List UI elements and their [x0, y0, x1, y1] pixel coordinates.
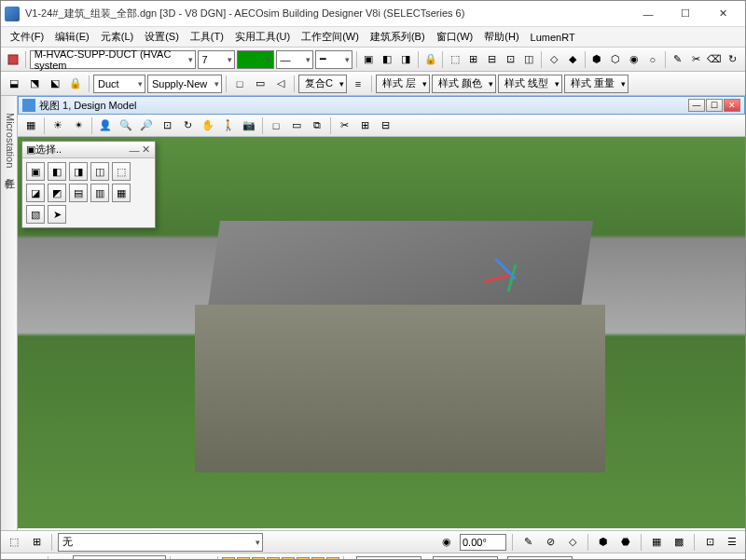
- sel-tool-8[interactable]: ▤: [69, 184, 88, 202]
- y-input[interactable]: [433, 556, 498, 561]
- view-max-button[interactable]: ☐: [706, 99, 723, 112]
- status-combo[interactable]: 无: [58, 533, 263, 552]
- tool-d4[interactable]: ○: [644, 50, 661, 69]
- tool-b1[interactable]: ⬚: [447, 50, 463, 69]
- cr-a1[interactable]: ⬓: [5, 555, 23, 561]
- weight-combo[interactable]: ━: [315, 50, 352, 69]
- vt-copy[interactable]: ⧉: [308, 116, 326, 135]
- sel-tool-2[interactable]: ◧: [48, 162, 66, 181]
- menu-workspace[interactable]: 工作空间(W): [296, 28, 365, 46]
- st-c2[interactable]: ⊘: [541, 533, 560, 552]
- cr-b1[interactable]: ⊡: [174, 555, 193, 561]
- menu-utilities[interactable]: 实用工具(U): [229, 28, 296, 46]
- vt-prev[interactable]: □: [267, 116, 285, 135]
- view-7-button[interactable]: 7: [311, 557, 325, 561]
- t2-b3[interactable]: ◁: [271, 75, 290, 93]
- tool-d2[interactable]: ⬡: [607, 50, 624, 69]
- st-f2[interactable]: ☰: [723, 533, 741, 552]
- st-d2[interactable]: ⬣: [616, 533, 635, 552]
- linestyle-combo[interactable]: —: [276, 50, 313, 69]
- sel-tool-10[interactable]: ▦: [112, 184, 131, 202]
- st-c1[interactable]: ✎: [518, 533, 537, 552]
- maximize-button[interactable]: ☐: [667, 3, 704, 25]
- vt-person-icon[interactable]: 👤: [96, 116, 115, 135]
- vt-sun-icon[interactable]: ☀: [48, 116, 67, 135]
- tool-e3[interactable]: ⌫: [706, 50, 723, 69]
- panel-close-button[interactable]: ✕: [140, 143, 151, 156]
- tool-d1[interactable]: ⬢: [589, 50, 606, 69]
- tool-a3[interactable]: ◨: [397, 50, 414, 69]
- vt-fit[interactable]: ⊡: [158, 116, 176, 135]
- st-a2[interactable]: ⊞: [27, 533, 46, 552]
- view-6-button[interactable]: 6: [297, 557, 310, 561]
- tool-a2[interactable]: ◧: [379, 50, 395, 69]
- sel-tool-5[interactable]: ⬚: [112, 162, 131, 181]
- style-weight-button[interactable]: 样式 重量: [564, 75, 629, 93]
- st-e1[interactable]: ▦: [647, 533, 666, 552]
- view-8-button[interactable]: 8: [326, 557, 339, 561]
- style-layer-button[interactable]: 样式 层: [376, 75, 430, 93]
- vt-next[interactable]: ▭: [287, 116, 306, 135]
- tool-b2[interactable]: ⊞: [465, 50, 482, 69]
- vt-walk[interactable]: 🚶: [219, 116, 238, 135]
- tool-e4[interactable]: ↻: [725, 50, 741, 69]
- sel-tool-11[interactable]: ▧: [26, 205, 45, 224]
- style-line-button[interactable]: 样式 线型: [498, 75, 562, 93]
- view-3-button[interactable]: 3: [252, 557, 265, 561]
- model-combo[interactable]: Design Model: [73, 555, 166, 561]
- t2-c1[interactable]: ≡: [349, 75, 367, 93]
- style-color-button[interactable]: 样式 颜色: [432, 75, 496, 93]
- viewport-3d[interactable]: ▣ 选择.. — ✕ ▣ ◧ ◨ ◫ ⬚ ◪ ◩ ▤ ▥ ▦ ▧: [18, 137, 745, 528]
- t2-a3[interactable]: ⬕: [46, 75, 64, 93]
- vt-m2[interactable]: ⊟: [376, 116, 394, 135]
- z-input[interactable]: [507, 556, 573, 561]
- tool-icon[interactable]: [5, 50, 21, 69]
- vt-display[interactable]: ▦: [21, 116, 40, 135]
- vt-zoomin-icon[interactable]: 🔍: [117, 116, 135, 135]
- view-1-button[interactable]: 1: [222, 557, 235, 561]
- panel-min-button[interactable]: —: [129, 144, 140, 156]
- view-2-button[interactable]: 2: [237, 557, 250, 561]
- view-5-button[interactable]: 5: [282, 557, 295, 561]
- num-combo[interactable]: 7: [198, 50, 235, 69]
- sel-tool-3[interactable]: ◨: [69, 162, 88, 181]
- duct-combo[interactable]: Duct: [93, 75, 145, 93]
- sel-tool-4[interactable]: ◫: [90, 162, 109, 181]
- vt-pan-icon[interactable]: ✋: [199, 116, 217, 135]
- vt-rotate-icon[interactable]: ↻: [178, 116, 197, 135]
- menu-building[interactable]: 建筑系列(B): [365, 28, 431, 46]
- view-min-button[interactable]: —: [688, 99, 705, 112]
- vt-clip[interactable]: ✂: [335, 116, 353, 135]
- cr-model-icon[interactable]: ▣: [52, 555, 71, 561]
- tool-b4[interactable]: ⊡: [503, 50, 519, 69]
- menu-edit[interactable]: 编辑(E): [49, 28, 95, 46]
- tool-e1[interactable]: ✎: [670, 50, 686, 69]
- vt-m1[interactable]: ⊞: [355, 116, 374, 135]
- sel-tool-9[interactable]: ▥: [90, 184, 109, 202]
- tool-b3[interactable]: ⊟: [484, 50, 501, 69]
- st-f1[interactable]: ⊡: [700, 533, 719, 552]
- vt-adjust[interactable]: ✴: [69, 116, 88, 135]
- vt-zoomout-icon[interactable]: 🔎: [137, 116, 156, 135]
- st-d1[interactable]: ⬢: [594, 533, 613, 552]
- t2-a1[interactable]: ⬓: [5, 75, 23, 93]
- sel-tool-6[interactable]: ◪: [26, 184, 45, 202]
- combine-button[interactable]: 复合C: [298, 75, 347, 93]
- cr-a2[interactable]: ⊕: [25, 555, 44, 561]
- menu-help[interactable]: 帮助(H): [478, 28, 524, 46]
- minimize-button[interactable]: —: [629, 3, 667, 25]
- cr-b2[interactable]: ⊞: [195, 555, 214, 561]
- lock-icon[interactable]: 🔒: [422, 50, 439, 69]
- menu-element[interactable]: 元素(L): [95, 28, 139, 46]
- supply-combo[interactable]: Supply-New: [147, 75, 222, 93]
- menu-tools[interactable]: 工具(T): [185, 28, 229, 46]
- st-e2[interactable]: ▩: [670, 533, 688, 552]
- color-combo[interactable]: [237, 50, 274, 69]
- tool-a1[interactable]: ▣: [360, 50, 377, 69]
- tool-e2[interactable]: ✂: [687, 50, 704, 69]
- menu-settings[interactable]: 设置(S): [139, 28, 185, 46]
- panel-header[interactable]: ▣ 选择.. — ✕: [22, 142, 155, 158]
- vt-cam-icon[interactable]: 📷: [240, 116, 258, 135]
- close-button[interactable]: ✕: [704, 3, 741, 25]
- angle-input[interactable]: [460, 534, 506, 551]
